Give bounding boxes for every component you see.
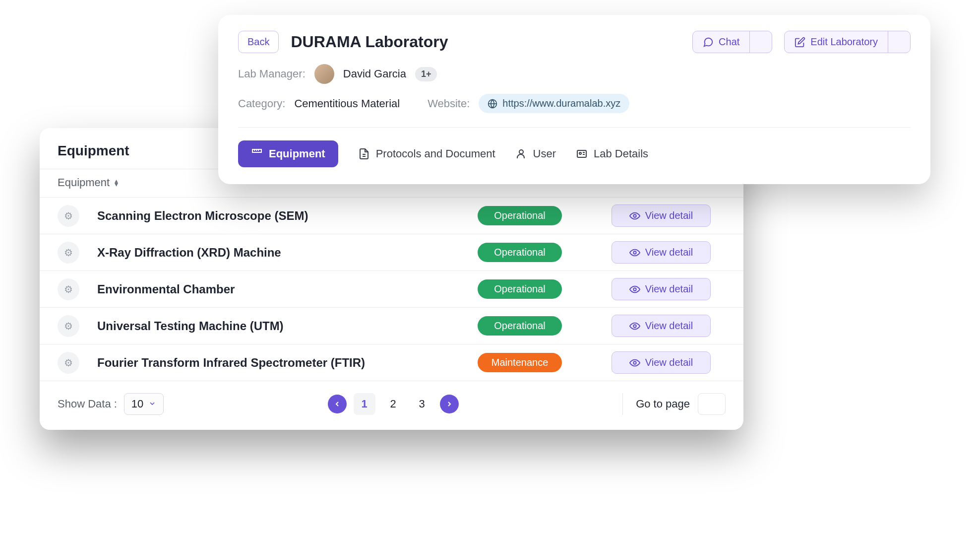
- svg-point-15: [579, 152, 581, 154]
- category-value: Cementitious Material: [294, 97, 400, 110]
- globe-icon: [488, 99, 497, 109]
- equipment-name: Scanning Electron Microscope (SEM): [97, 209, 468, 223]
- tab-equipment[interactable]: Equipment: [238, 140, 338, 167]
- prev-page-button[interactable]: [328, 395, 347, 413]
- chevron-down-icon: [148, 398, 156, 410]
- ruler-icon: [251, 148, 263, 160]
- category-label: Category:: [238, 97, 285, 110]
- lab-tabs: Equipment Protocols and Document User La…: [238, 127, 911, 167]
- equipment-name: Environmental Chamber: [97, 282, 468, 296]
- table-row: ⚙ X-Ray Diffraction (XRD) Machine Operat…: [40, 234, 743, 271]
- goto-page-input[interactable]: [698, 393, 726, 415]
- back-button[interactable]: Back: [238, 31, 279, 53]
- avatar: [314, 64, 334, 84]
- chat-button[interactable]: Chat: [693, 31, 749, 53]
- view-detail-button[interactable]: View detail: [612, 315, 711, 337]
- pagination: 1 2 3: [177, 393, 610, 415]
- equipment-thumbnail: ⚙: [58, 242, 79, 264]
- svg-point-1: [633, 251, 636, 254]
- tab-label: Protocols and Document: [376, 147, 495, 160]
- page-number[interactable]: 1: [354, 393, 375, 415]
- view-detail-button[interactable]: View detail: [612, 278, 711, 300]
- page-title: DURAMA Laboratory: [291, 33, 680, 51]
- edit-lab-dropdown-button[interactable]: [888, 31, 910, 53]
- svg-point-0: [633, 214, 636, 217]
- page-size-control: Show Data : 10: [58, 393, 164, 415]
- tab-label: Equipment: [269, 147, 325, 160]
- view-detail-label: View detail: [645, 357, 693, 368]
- table-row: ⚙ Environmental Chamber Operational View…: [40, 271, 743, 307]
- page-size-value: 10: [131, 398, 143, 410]
- goto-page-label: Go to page: [636, 398, 690, 410]
- tab-user[interactable]: User: [515, 141, 556, 166]
- tab-label: Lab Details: [594, 147, 648, 160]
- chat-dropdown-button[interactable]: [749, 31, 772, 53]
- edit-lab-button[interactable]: Edit Laboratory: [785, 31, 888, 53]
- svg-point-13: [519, 150, 523, 154]
- view-detail-label: View detail: [645, 320, 693, 332]
- tab-label: User: [533, 147, 556, 160]
- id-card-icon: [576, 148, 588, 160]
- equipment-name: Fourier Transform Infrared Spectrometer …: [97, 356, 468, 370]
- lab-manager-name: David Garcia: [343, 68, 406, 80]
- equipment-thumbnail: ⚙: [58, 205, 79, 227]
- eye-icon: [629, 321, 640, 332]
- lab-top-row: Back DURAMA Laboratory Chat Edit Laborat…: [238, 31, 911, 53]
- website-chip[interactable]: https://www.duramalab.xyz: [479, 94, 629, 113]
- table-footer: Show Data : 10 1 2 3 Go to page: [40, 381, 743, 430]
- next-page-button[interactable]: [440, 395, 459, 413]
- edit-icon: [795, 37, 805, 48]
- eye-icon: [629, 284, 640, 295]
- more-managers-badge[interactable]: 1+: [415, 67, 437, 81]
- eye-icon: [629, 247, 640, 258]
- view-detail-label: View detail: [645, 210, 693, 221]
- view-detail-button[interactable]: View detail: [612, 204, 711, 227]
- tab-protocols[interactable]: Protocols and Document: [358, 141, 495, 166]
- eye-icon: [629, 210, 640, 221]
- view-detail-label: View detail: [645, 247, 693, 258]
- user-icon: [515, 148, 527, 160]
- table-row: ⚙ Universal Testing Machine (UTM) Operat…: [40, 307, 743, 344]
- tab-lab-details[interactable]: Lab Details: [576, 141, 648, 166]
- equipment-thumbnail: ⚙: [58, 352, 79, 374]
- lab-manager-label: Lab Manager:: [238, 68, 306, 80]
- chat-button-group: Chat: [692, 31, 772, 53]
- equipment-name: X-Ray Diffraction (XRD) Machine: [97, 246, 468, 260]
- status-badge: Operational: [478, 206, 562, 225]
- lab-header-card: Back DURAMA Laboratory Chat Edit Laborat…: [218, 15, 930, 184]
- page-size-select[interactable]: 10: [124, 393, 164, 415]
- page-number[interactable]: 2: [382, 393, 404, 415]
- lab-manager-row: Lab Manager: David Garcia 1+: [238, 64, 911, 84]
- svg-rect-14: [577, 150, 586, 157]
- svg-point-4: [633, 361, 636, 364]
- table-row: ⚙ Fourier Transform Infrared Spectromete…: [40, 344, 743, 381]
- view-detail-button[interactable]: View detail: [612, 241, 711, 264]
- chat-label: Chat: [719, 36, 739, 48]
- lab-info-row: Category: Cementitious Material Website:…: [238, 94, 911, 113]
- status-badge: Operational: [478, 316, 562, 336]
- website-url: https://www.duramalab.xyz: [502, 98, 620, 109]
- document-icon: [358, 148, 370, 160]
- svg-point-2: [633, 288, 636, 291]
- table-row: ⚙ Scanning Electron Microscope (SEM) Ope…: [40, 197, 743, 234]
- status-badge: Maintenance: [478, 353, 562, 372]
- goto-page: Go to page: [622, 393, 726, 415]
- view-detail-label: View detail: [645, 283, 693, 295]
- equipment-name: Universal Testing Machine (UTM): [97, 319, 468, 333]
- status-badge: Operational: [478, 243, 562, 262]
- eye-icon: [629, 357, 640, 368]
- svg-point-3: [633, 325, 636, 328]
- chat-icon: [703, 37, 714, 48]
- equipment-sort-label: Equipment: [58, 176, 110, 189]
- page-number[interactable]: 3: [411, 393, 433, 415]
- website-label: Website:: [428, 97, 470, 110]
- status-badge: Operational: [478, 279, 562, 299]
- view-detail-button[interactable]: View detail: [612, 351, 711, 374]
- sort-icon: ▴▾: [115, 179, 118, 186]
- show-data-label: Show Data :: [58, 398, 117, 410]
- edit-lab-button-group: Edit Laboratory: [784, 31, 911, 53]
- edit-lab-label: Edit Laboratory: [810, 36, 878, 48]
- lab-meta: Lab Manager: David Garcia 1+ Category: C…: [238, 64, 911, 113]
- equipment-thumbnail: ⚙: [58, 278, 79, 300]
- equipment-thumbnail: ⚙: [58, 315, 79, 337]
